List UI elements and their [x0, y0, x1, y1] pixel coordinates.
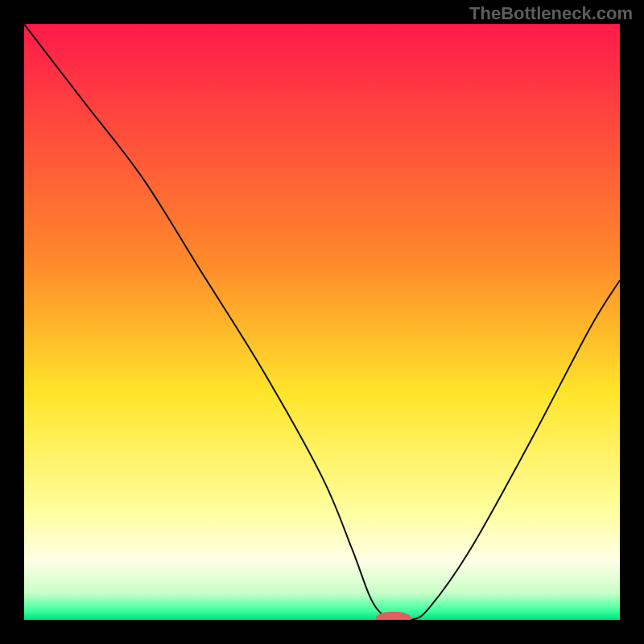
chart-frame: TheBottleneck.com	[0, 0, 644, 644]
chart-plot-area	[24, 24, 620, 620]
chart-svg	[24, 24, 620, 620]
watermark-text: TheBottleneck.com	[469, 3, 633, 24]
gradient-background	[24, 24, 620, 620]
